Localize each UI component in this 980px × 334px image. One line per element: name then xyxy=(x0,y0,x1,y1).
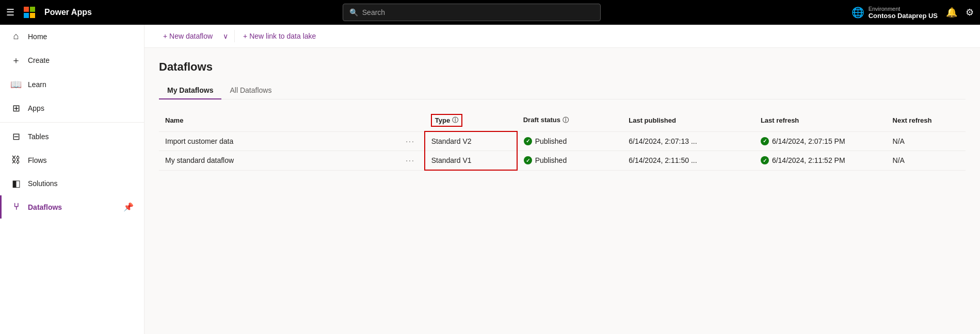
pin-icon: 📌 xyxy=(123,202,134,212)
row2-type: Standard V1 xyxy=(425,151,517,171)
sidebar-item-create[interactable]: ＋ Create xyxy=(0,48,144,73)
environment-text: Environment Contoso Dataprep US xyxy=(869,6,938,20)
sidebar-item-flows[interactable]: ⛓ Flows xyxy=(0,148,144,172)
tables-icon: ⊟ xyxy=(10,131,22,142)
sidebar-label-home: Home xyxy=(28,32,47,41)
sidebar-item-learn[interactable]: 📖 Learn xyxy=(0,73,144,96)
create-icon: ＋ xyxy=(10,54,22,66)
row1-status-badge: Published xyxy=(524,137,617,145)
col-header-next: Next refresh xyxy=(887,110,966,131)
row2-status-dot xyxy=(524,156,532,164)
body-layout: ⌂ Home ＋ Create 📖 Learn ⊞ Apps ⊟ Tables … xyxy=(0,25,980,334)
col-header-menu xyxy=(396,110,425,131)
tab-my-dataflows[interactable]: My Dataflows xyxy=(159,82,221,99)
new-dataflow-button[interactable]: + New dataflow xyxy=(157,29,219,43)
new-link-button[interactable]: + New link to data lake xyxy=(237,29,322,43)
type-col-label: Type xyxy=(435,116,450,124)
row1-refresh-dot xyxy=(761,137,769,145)
chevron-down-icon[interactable]: ∨ xyxy=(219,29,232,43)
sidebar: ⌂ Home ＋ Create 📖 Learn ⊞ Apps ⊟ Tables … xyxy=(0,25,144,334)
search-box[interactable]: 🔍 xyxy=(343,4,601,21)
sidebar-label-learn: Learn xyxy=(28,80,46,89)
row2-refresh-badge: 6/14/2024, 2:11:52 PM xyxy=(761,156,880,164)
main-content: + New dataflow ∨ + New link to data lake… xyxy=(144,25,980,334)
env-label: Environment xyxy=(869,6,938,12)
row1-refresh-badge: 6/14/2024, 2:07:15 PM xyxy=(761,137,880,145)
sidebar-item-dataflows[interactable]: ⑂ Dataflows 📌 xyxy=(0,195,144,219)
row2-menu[interactable]: ··· xyxy=(396,151,425,171)
row2-draft-label: Published xyxy=(535,156,567,164)
type-info-icon: ⓘ xyxy=(452,116,458,125)
col-header-published: Last published xyxy=(622,110,754,131)
notifications-icon[interactable]: 🔔 xyxy=(946,7,957,18)
environment-icon: 🌐 xyxy=(852,6,864,19)
tabs: My Dataflows All Dataflows xyxy=(159,82,966,99)
environment-info: 🌐 Environment Contoso Dataprep US xyxy=(852,6,938,20)
flows-icon: ⛓ xyxy=(10,155,22,165)
page-title: Dataflows xyxy=(159,60,966,74)
row2-next: N/A xyxy=(887,151,966,171)
row2-refresh: 6/14/2024, 2:11:52 PM xyxy=(754,151,887,171)
row1-refresh-label: 6/14/2024, 2:07:15 PM xyxy=(772,137,845,145)
topnav: ☰ Power Apps 🔍 🌐 Environment Contoso Dat… xyxy=(0,0,980,25)
sidebar-label-flows: Flows xyxy=(28,156,47,164)
row2-draft: Published xyxy=(517,151,623,171)
row1-draft: Published xyxy=(517,131,623,151)
col-header-draft: Draft status ⓘ xyxy=(517,110,623,131)
row2-refresh-label: 6/14/2024, 2:11:52 PM xyxy=(772,156,845,164)
row1-next: N/A xyxy=(887,131,966,151)
row1-draft-label: Published xyxy=(535,137,567,145)
row2-published: 6/14/2024, 2:11:50 ... xyxy=(622,151,754,171)
toolbar-divider xyxy=(234,30,235,42)
settings-icon[interactable]: ⚙ xyxy=(966,7,974,18)
table-body: Import customer data ··· Standard V2 Pub… xyxy=(159,131,966,170)
toolbar: + New dataflow ∨ + New link to data lake xyxy=(144,25,980,48)
sidebar-label-apps: Apps xyxy=(28,104,44,112)
sidebar-divider xyxy=(0,122,144,123)
hamburger-menu[interactable]: ☰ xyxy=(6,7,14,18)
row2-status-badge: Published xyxy=(524,156,617,164)
table-header: Name Type ⓘ Draft status ⓘ xyxy=(159,110,966,131)
col-header-refresh: Last refresh xyxy=(754,110,887,131)
env-name: Contoso Dataprep US xyxy=(869,12,938,20)
new-link-label: + New link to data lake xyxy=(243,32,316,40)
row1-status-dot xyxy=(524,137,532,145)
row1-name: Import customer data xyxy=(159,131,396,151)
sidebar-label-solutions: Solutions xyxy=(28,179,58,188)
search-input[interactable] xyxy=(362,8,594,16)
learn-icon: 📖 xyxy=(10,79,22,90)
topnav-right: 🌐 Environment Contoso Dataprep US 🔔 ⚙ xyxy=(852,6,974,20)
apps-icon: ⊞ xyxy=(10,103,22,114)
solutions-icon: ◧ xyxy=(10,178,22,189)
sidebar-item-solutions[interactable]: ◧ Solutions xyxy=(0,172,144,195)
col-header-type: Type ⓘ xyxy=(425,110,517,131)
table-row: My standard dataflow ··· Standard V1 Pub… xyxy=(159,151,966,171)
dataflows-icon: ⑂ xyxy=(10,202,22,212)
sidebar-label-tables: Tables xyxy=(28,132,49,141)
new-dataflow-label: + New dataflow xyxy=(163,32,213,40)
page-content: Dataflows My Dataflows All Dataflows Nam… xyxy=(144,48,980,334)
microsoft-logo xyxy=(24,7,35,18)
row2-name: My standard dataflow xyxy=(159,151,396,171)
dataflows-table: Name Type ⓘ Draft status ⓘ xyxy=(159,110,966,171)
sidebar-label-dataflows: Dataflows xyxy=(28,203,62,211)
tab-all-dataflows[interactable]: All Dataflows xyxy=(221,82,280,99)
sidebar-item-tables[interactable]: ⊟ Tables xyxy=(0,125,144,148)
row2-refresh-dot xyxy=(761,156,769,164)
draft-info-icon: ⓘ xyxy=(563,116,569,124)
search-icon: 🔍 xyxy=(349,8,358,16)
row1-type: Standard V2 xyxy=(425,131,517,151)
row1-menu[interactable]: ··· xyxy=(396,131,425,151)
col-header-name: Name xyxy=(159,110,396,131)
row1-refresh: 6/14/2024, 2:07:15 PM xyxy=(754,131,887,151)
sidebar-item-apps[interactable]: ⊞ Apps xyxy=(0,96,144,120)
app-name: Power Apps xyxy=(44,8,92,17)
table-row: Import customer data ··· Standard V2 Pub… xyxy=(159,131,966,151)
row1-published: 6/14/2024, 2:07:13 ... xyxy=(622,131,754,151)
sidebar-item-home[interactable]: ⌂ Home xyxy=(0,25,144,48)
home-icon: ⌂ xyxy=(10,31,22,42)
sidebar-label-create: Create xyxy=(28,56,50,64)
